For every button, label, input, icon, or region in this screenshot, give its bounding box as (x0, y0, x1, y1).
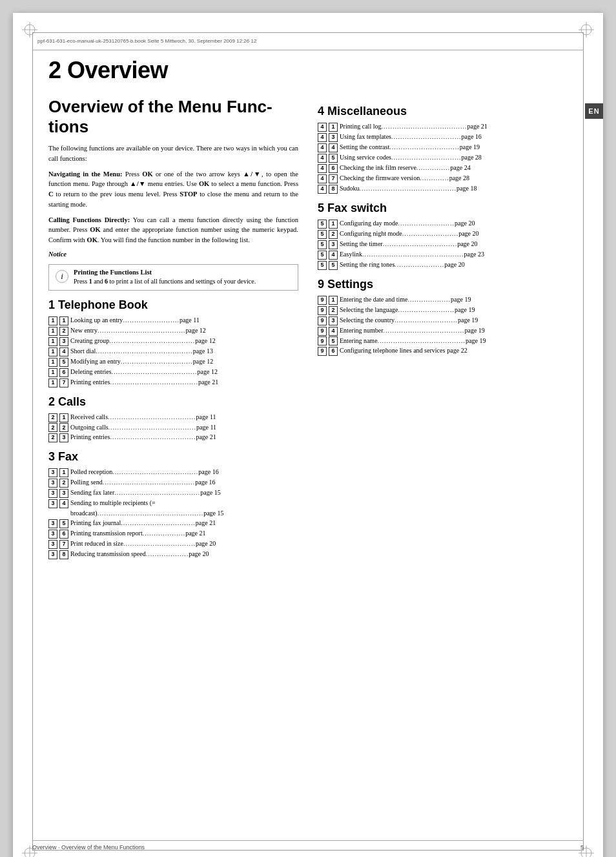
key-2: 1 (329, 123, 338, 132)
key-1: 3 (48, 530, 57, 539)
item-text: Using fax templates.....................… (340, 132, 568, 142)
key-1: 5 (318, 230, 327, 239)
key-1: 1 (48, 347, 57, 356)
item-text: New entry...............................… (70, 325, 298, 336)
key-1: 1 (48, 327, 57, 336)
notice-box: i Printing the Functions List Press 1 an… (48, 264, 298, 291)
key-2: 3 (59, 433, 68, 442)
item-text: Setting the ring tones..................… (340, 260, 568, 270)
call-label: Calling Functions Directly: (48, 216, 130, 223)
item-text: Using service codes.....................… (340, 152, 568, 163)
left-column: Overview of the Menu Func-tions The foll… (48, 97, 298, 831)
key-1: 4 (318, 123, 327, 132)
key-2: 4 (329, 143, 338, 152)
item-text: Sending fax later.......................… (70, 488, 298, 498)
list-item: 46 Checking the ink film reserve........… (318, 163, 568, 173)
key-1: 1 (48, 316, 57, 325)
footer-right: 5 (580, 844, 584, 851)
key-2: 8 (59, 550, 68, 559)
list-item: 13 Creating group.......................… (48, 336, 298, 346)
notice-text: Press 1 and 6 to print a list of all fun… (74, 277, 256, 286)
key-2: 5 (59, 358, 68, 367)
header-file: ppf-631-631-eco-manual-uk-253120765-b.bo… (37, 38, 256, 44)
key-1: 2 (48, 423, 57, 432)
key-2: 3 (329, 240, 338, 249)
faxswitch-title: 5 Fax switch (318, 201, 568, 215)
key-2: 6 (59, 530, 68, 539)
key-2: 7 (59, 378, 68, 387)
item-text: Setting the timer.......................… (340, 239, 568, 249)
item-text: Deleting entries........................… (70, 367, 298, 377)
list-item: 93 Selecting the country................… (318, 315, 568, 325)
misc-title: 4 Miscellaneous (318, 105, 568, 118)
item-text: Printing entries........................… (70, 377, 298, 387)
key-2: 2 (59, 479, 68, 488)
key-1: 9 (318, 296, 327, 305)
call-paragraph: Calling Functions Directly: You can call… (48, 215, 298, 245)
key-2: 6 (329, 164, 338, 173)
key-2: 2 (59, 423, 68, 432)
settings-title: 9 Settings (318, 278, 568, 291)
key-2: 1 (329, 296, 338, 305)
item-text: Entering name...........................… (340, 336, 568, 346)
list-item: 15 Modifying an entry...................… (48, 356, 298, 367)
key-1: 1 (48, 368, 57, 377)
list-item: 34 Sending to multiple recipients (= bro… (48, 498, 298, 518)
nav-paragraph: Navigating in the Menu: Press OK or one … (48, 169, 298, 210)
list-item: 32 Polling send.........................… (48, 477, 298, 488)
key-2: 3 (59, 489, 68, 498)
item-text: Selecting the country...................… (340, 315, 568, 325)
list-item: 51 Configuring day mode.................… (318, 218, 568, 229)
key-2: 2 (329, 230, 338, 239)
key-1: 5 (318, 261, 327, 270)
list-item: 14 Short dial...........................… (48, 346, 298, 356)
list-item: 92 Selecting the language...............… (318, 305, 568, 315)
key-1: 3 (48, 519, 57, 528)
key-1: 4 (318, 133, 327, 142)
item-text: Modifying an entry......................… (70, 356, 298, 367)
list-item: 11 Looking up an entry..................… (48, 315, 298, 325)
item-text: Printing fax journal....................… (70, 518, 298, 528)
key-1: 3 (48, 479, 57, 488)
list-item: 23 Printing entries.....................… (48, 432, 298, 442)
key-1: 9 (318, 306, 327, 315)
list-item: 47 Checking the firmware version........… (318, 173, 568, 183)
key-1: 1 (48, 337, 57, 346)
settings-list: 91 Entering the date and time...........… (318, 294, 568, 356)
key-2: 1 (59, 468, 68, 477)
page: ppf-631-631-eco-manual-uk-253120765-b.bo… (13, 13, 603, 857)
list-item: 48 Sudoku...............................… (318, 183, 568, 194)
key-1: 2 (48, 433, 57, 442)
notice-icon: i (56, 270, 68, 283)
item-text: Creating group..........................… (70, 336, 298, 346)
key-2: 3 (329, 316, 338, 325)
list-item: 37 Print reduced in size................… (48, 539, 298, 549)
item-text: Easylink................................… (340, 249, 568, 260)
item-text: Polled reception........................… (70, 467, 298, 477)
list-item: 91 Entering the date and time...........… (318, 294, 568, 305)
key-1: 1 (48, 378, 57, 387)
overview-section-title: Overview of the Menu Func-tions (48, 97, 298, 137)
list-item: 41 Printing call log....................… (318, 121, 568, 132)
key-1: 5 (318, 251, 327, 260)
item-text: Checking the firmware version...........… (340, 173, 568, 183)
key-1: 9 (318, 327, 327, 336)
page-title: 2 Overview (48, 57, 568, 84)
key-1: 4 (318, 154, 327, 163)
right-column: 4 Miscellaneous 41 Printing call log....… (318, 97, 568, 831)
key-2: 1 (59, 413, 68, 422)
two-column-layout: Overview of the Menu Func-tions The foll… (48, 97, 568, 831)
fax-title: 3 Fax (48, 450, 298, 464)
key-1: 5 (318, 240, 327, 249)
key-2: 1 (59, 316, 68, 325)
key-1: 4 (318, 174, 327, 183)
list-item: 94 Entering number......................… (318, 325, 568, 336)
item-text: Looking up an entry.....................… (70, 315, 298, 325)
key-2: 5 (329, 261, 338, 270)
list-item: 22 Outgoing calls.......................… (48, 422, 298, 433)
notice-title: Printing the Functions List (74, 269, 256, 276)
key-2: 1 (329, 220, 338, 229)
list-item: 33 Sending fax later....................… (48, 488, 298, 498)
list-item: 54 Easylink.............................… (318, 249, 568, 260)
content-area: 2 Overview Overview of the Menu Func-tio… (48, 57, 568, 831)
